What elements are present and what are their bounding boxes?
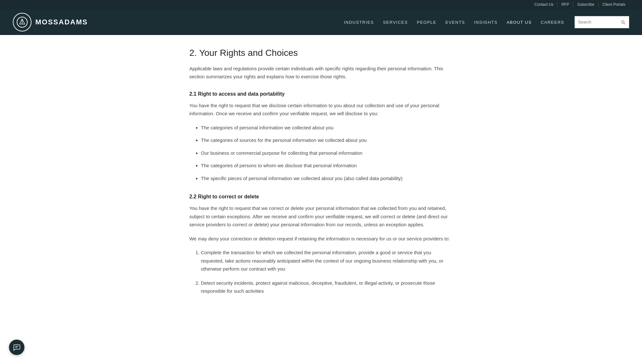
section-intro: Applicable laws and regulations provide … xyxy=(189,65,453,81)
nav-industries[interactable]: INDUSTRIES xyxy=(339,20,379,25)
list-item: Complete the transaction for which we co… xyxy=(201,248,453,273)
subsection-2-1: 2.1 Right to access and data portability… xyxy=(189,91,453,183)
list-item: The categories of personal information w… xyxy=(201,124,453,132)
nav-events[interactable]: EVENTS xyxy=(441,20,470,25)
subsection-2-2-numbered: Complete the transaction for which we co… xyxy=(189,248,453,295)
nav-services[interactable]: SERVICES xyxy=(378,20,412,25)
list-item: Our business or commercial purpose for c… xyxy=(201,149,453,157)
subsection-2-2: 2.2 Right to correct or delete You have … xyxy=(189,194,453,295)
top-bar: Contact Us RFP Subscribe Client Portals xyxy=(0,0,642,9)
search-button[interactable] xyxy=(620,20,626,25)
nav-links: INDUSTRIES SERVICES PEOPLE EVENTS INSIGH… xyxy=(339,19,569,25)
search-icon xyxy=(620,20,626,25)
main-navigation: MOSSADAMS INDUSTRIES SERVICES PEOPLE EVE… xyxy=(0,9,642,35)
nav-careers[interactable]: CAREERS xyxy=(536,20,569,25)
list-item: Detect security incidents, protect again… xyxy=(201,279,453,295)
list-item: The categories of persons to whom we dis… xyxy=(201,161,453,170)
search-input[interactable] xyxy=(578,20,620,24)
subscribe-link[interactable]: Subscribe xyxy=(573,2,598,7)
logo-icon xyxy=(16,16,28,28)
subsection-2-1-bullets: The categories of personal information w… xyxy=(189,124,453,183)
nav-insights[interactable]: INSIGHTS xyxy=(470,20,502,25)
list-item: The specific pieces of personal informat… xyxy=(201,174,453,183)
nav-people[interactable]: PEOPLE xyxy=(412,20,441,25)
client-portals-link[interactable]: Client Portals xyxy=(599,2,629,7)
list-item: The categories of sources for the person… xyxy=(201,136,453,144)
subsection-2-2-para-1: You have the right to request that we co… xyxy=(189,204,453,229)
subsection-2-2-title: 2.2 Right to correct or delete xyxy=(189,194,453,200)
main-content: 2. Your Rights and Choices Applicable la… xyxy=(177,35,466,326)
logo-text: MOSSADAMS xyxy=(35,18,88,26)
logo-link[interactable]: MOSSADAMS xyxy=(13,13,88,31)
contact-us-link[interactable]: Contact Us xyxy=(531,2,558,7)
rfp-link[interactable]: RFP xyxy=(558,2,573,7)
subsection-2-2-para-2: We may deny your correction or deletion … xyxy=(189,235,453,243)
subsection-2-1-title: 2.1 Right to access and data portability xyxy=(189,91,453,97)
nav-about-us[interactable]: ABOUT US xyxy=(502,20,536,25)
subsection-2-1-para-1: You have the right to request that we di… xyxy=(189,101,453,118)
search-box xyxy=(575,16,629,28)
logo-circle xyxy=(13,13,31,31)
section-title: 2. Your Rights and Choices xyxy=(189,48,453,58)
